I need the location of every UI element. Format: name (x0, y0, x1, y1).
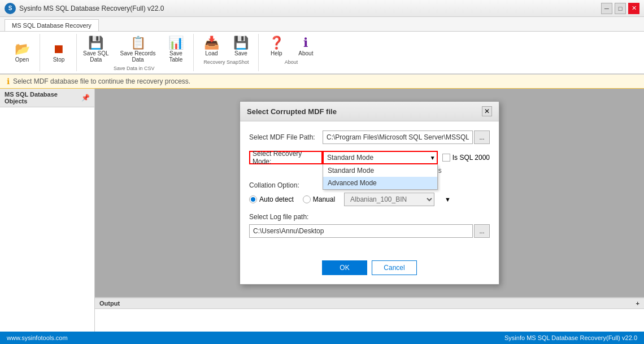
save-sql-icon: 💾 (88, 37, 103, 49)
collation-dropdown-arrow: ▼ (445, 196, 451, 203)
stop-icon: ⏹ (53, 43, 65, 55)
recovery-mode-select[interactable]: Standard Mode Advanced Mode (323, 151, 438, 164)
open-button[interactable]: 📂 Open (8, 40, 36, 66)
info-bar: ℹ Select MDF database file to continue t… (0, 75, 644, 89)
stop-label: Stop (53, 56, 65, 63)
save-table-icon: 📊 (168, 37, 184, 49)
open-icon: 📂 (15, 43, 30, 55)
load-label: Load (205, 50, 217, 56)
recovery-dropdown-menu: Standard Mode Advanced Mode (323, 164, 438, 190)
close-button[interactable]: ✕ (628, 3, 639, 14)
sidebar-content (0, 107, 94, 342)
dialog: Select Corrupted MDF file ✕ Select MDF F… (240, 101, 499, 285)
manual-radio[interactable] (303, 195, 311, 203)
is-sql-2000-label: Is SQL 2000 (452, 154, 490, 162)
log-browse-button[interactable]: ... (474, 224, 490, 238)
cancel-button[interactable]: Cancel (372, 260, 417, 275)
mdf-path-input[interactable] (323, 130, 473, 144)
auto-detect-radio[interactable] (249, 195, 257, 203)
info-message: Select MDF database file to continue the… (13, 77, 190, 85)
about-button[interactable]: ℹ About (291, 34, 320, 59)
title-bar: S Sysinfo MS SQL Database Recovery(Full)… (0, 0, 644, 17)
dropdown-standard[interactable]: Standard Mode (323, 164, 437, 177)
output-content (95, 309, 644, 313)
info-icon: ℹ (7, 77, 10, 86)
help-label: Help (271, 50, 282, 56)
save-sql-label: Save SQLData (83, 50, 109, 63)
load-icon: 📥 (204, 37, 219, 49)
toolbar-open-section: 📂 Open (5, 34, 40, 71)
window-controls: ─ □ ✕ (601, 3, 639, 14)
recovery-mode-row: Select Recovery Mode: Standard Mode Adva… (249, 151, 490, 175)
content-area: Select Corrupted MDF file ✕ Select MDF F… (95, 89, 644, 297)
maximize-button[interactable]: □ (615, 3, 626, 14)
output-title: Output (99, 300, 120, 307)
dialog-title-text: Select Corrupted MDF file (247, 107, 337, 116)
sidebar: MS SQL Database Objects 📌 (0, 89, 95, 342)
log-file-section: Select Log file path: ... (249, 213, 490, 238)
help-button[interactable]: ❓ Help (262, 34, 290, 59)
collation-row: Auto detect Manual Albanian_100_BIN ▼ (249, 193, 490, 206)
log-file-row: ... (249, 224, 490, 238)
save-table-button[interactable]: 📊 SaveTable (162, 34, 190, 66)
load-button[interactable]: 📥 Load (197, 34, 225, 59)
save-csv-label: Save Data in CSV (114, 66, 155, 71)
manual-group: Manual (303, 195, 335, 203)
dialog-title-bar: Select Corrupted MDF file ✕ (240, 102, 499, 121)
collation-select[interactable]: Albanian_100_BIN (344, 193, 434, 206)
is-sql-2000-group: Is SQL 2000 (442, 154, 490, 162)
snapshot-group: 📥 Load 💾 Save (197, 34, 255, 59)
help-icon: ❓ (269, 37, 284, 49)
save-button[interactable]: 💾 Save (227, 34, 255, 59)
toolbar: 📂 Open ⏹ Stop 💾 Save SQLData 📋 Save Reco… (0, 32, 644, 75)
dialog-close-button[interactable]: ✕ (482, 106, 492, 116)
recovery-mode-select-wrapper: Standard Mode Advanced Mode ▼ Standard M… (323, 151, 438, 164)
main-tab[interactable]: MS SQL Database Recovery (5, 19, 99, 31)
log-file-title: Select Log file path: (249, 213, 490, 221)
app-logo: S (5, 3, 16, 14)
ok-button[interactable]: OK (322, 260, 367, 275)
dialog-buttons: OK Cancel (240, 256, 499, 284)
save-label: Save (234, 50, 247, 56)
recovery-mode-label: Select Recovery Mode: (249, 151, 323, 164)
status-website: www.sysinfotools.com (7, 334, 68, 341)
log-file-input[interactable] (249, 224, 473, 238)
save-records-label: Save RecordsData (120, 50, 156, 63)
stop-button[interactable]: ⏹ Stop (45, 40, 73, 66)
tab-bar: MS SQL Database Recovery (0, 17, 644, 32)
content-output-area: Select Corrupted MDF file ✕ Select MDF F… (95, 89, 644, 342)
auto-detect-label: Auto detect (259, 195, 294, 203)
sidebar-pin-icon[interactable]: 📌 (81, 94, 90, 102)
about-group: ❓ Help ℹ About (262, 34, 320, 59)
about-section-label: About (285, 59, 298, 65)
about-icon: ℹ (303, 37, 308, 49)
manual-label: Manual (313, 195, 335, 203)
about-label: About (298, 50, 313, 56)
title-bar-left: S Sysinfo MS SQL Database Recovery(Full)… (5, 3, 164, 14)
snapshot-label: Recovery SnapShot (203, 59, 249, 65)
window-title: Sysinfo MS SQL Database Recovery(Full) v… (19, 5, 164, 12)
open-label: Open (15, 56, 29, 63)
mdf-path-row: Select MDF File Path: ... (249, 130, 490, 144)
main-layout: MS SQL Database Objects 📌 Select Corrupt… (0, 89, 644, 342)
output-expand-icon[interactable]: + (636, 300, 639, 307)
auto-detect-group: Auto detect (249, 195, 294, 203)
is-sql-2000-checkbox[interactable] (442, 154, 450, 162)
save-table-label: SaveTable (169, 50, 182, 63)
save-records-button[interactable]: 📋 Save RecordsData (115, 34, 161, 66)
modal-overlay: Select Corrupted MDF file ✕ Select MDF F… (95, 89, 644, 297)
status-app-name: Sysinfo MS SQL Database Recovery(Full) v… (504, 334, 637, 341)
mdf-browse-button[interactable]: ... (474, 130, 490, 144)
save-csv-group: 💾 Save SQLData 📋 Save RecordsData 📊 Save… (78, 34, 190, 66)
minimize-button[interactable]: ─ (601, 3, 612, 14)
dropdown-advanced[interactable]: Advanced Mode (323, 177, 437, 189)
recovery-mode-top-row: Standard Mode Advanced Mode ▼ Standard M… (323, 151, 490, 164)
recovery-mode-right: Standard Mode Advanced Mode ▼ Standard M… (323, 151, 490, 175)
save-records-icon: 📋 (130, 37, 146, 49)
mdf-path-label: Select MDF File Path: (249, 133, 323, 141)
save-sql-data-button[interactable]: 💾 Save SQLData (78, 34, 114, 66)
sidebar-header: MS SQL Database Objects 📌 (0, 89, 94, 107)
sidebar-title: MS SQL Database Objects (5, 91, 81, 104)
toolbar-stop-section: ⏹ Stop (41, 34, 77, 71)
status-bar: www.sysinfotools.com Sysinfo MS SQL Data… (0, 332, 644, 344)
